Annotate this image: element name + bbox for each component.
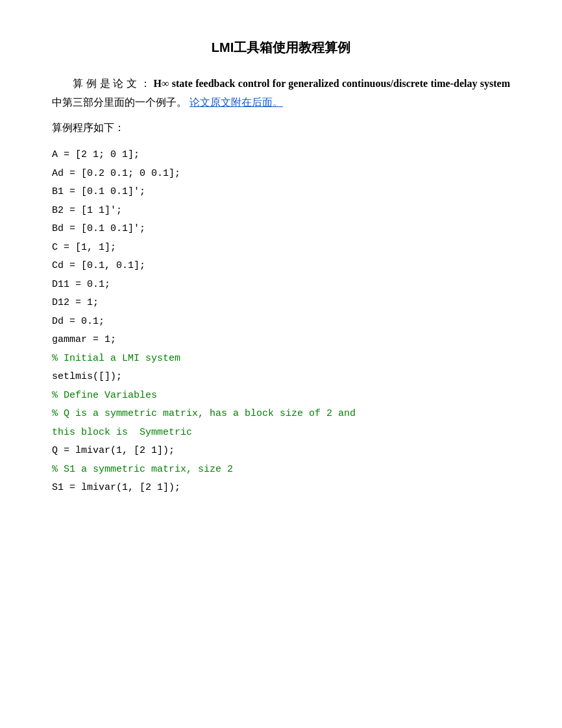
code-line: D11 = 0.1; [52, 276, 510, 295]
code-line: B1 = [0.1 0.1]'; [52, 183, 510, 202]
code-line: S1 = lmivar(1, [2 1]); [52, 479, 510, 498]
code-line: A = [2 1; 0 1]; [52, 146, 510, 165]
code-line: % Define Variables [52, 387, 510, 406]
paper-link[interactable]: 论文原文附在后面。 [189, 97, 283, 108]
section-label: 算例程序如下： [52, 119, 510, 138]
intro-middle: 中第三部分里面的一个例子。 [52, 97, 187, 108]
code-line: this block is Symmetric [52, 424, 510, 443]
code-line: Q = lmivar(1, [2 1]); [52, 442, 510, 461]
code-block: A = [2 1; 0 1];Ad = [0.2 0.1; 0 0.1];B1 … [52, 146, 510, 498]
code-line: Cd = [0.1, 0.1]; [52, 257, 510, 276]
intro-prefix: 算 例 是 论 文 ： [73, 78, 151, 89]
code-line: % S1 a symmetric matrix, size 2 [52, 461, 510, 479]
code-line: C = [1, 1]; [52, 239, 510, 258]
code-line: setlmis([]); [52, 368, 510, 387]
code-line: Bd = [0.1 0.1]'; [52, 220, 510, 239]
intro-paragraph: 算 例 是 论 文 ： H∞ state feedback control fo… [52, 75, 510, 112]
code-line: D12 = 1; [52, 294, 510, 313]
code-line: % Q is a symmetric matrix, has a block s… [52, 405, 510, 424]
code-line: Ad = [0.2 0.1; 0 0.1]; [52, 165, 510, 184]
code-line: gammar = 1; [52, 331, 510, 350]
code-line: B2 = [1 1]'; [52, 202, 510, 221]
page-title: LMI工具箱使用教程算例 [52, 39, 510, 56]
code-line: % Initial a LMI system [52, 350, 510, 369]
paper-title: H∞ state feedback control for generalize… [154, 78, 510, 89]
code-line: Dd = 0.1; [52, 313, 510, 332]
